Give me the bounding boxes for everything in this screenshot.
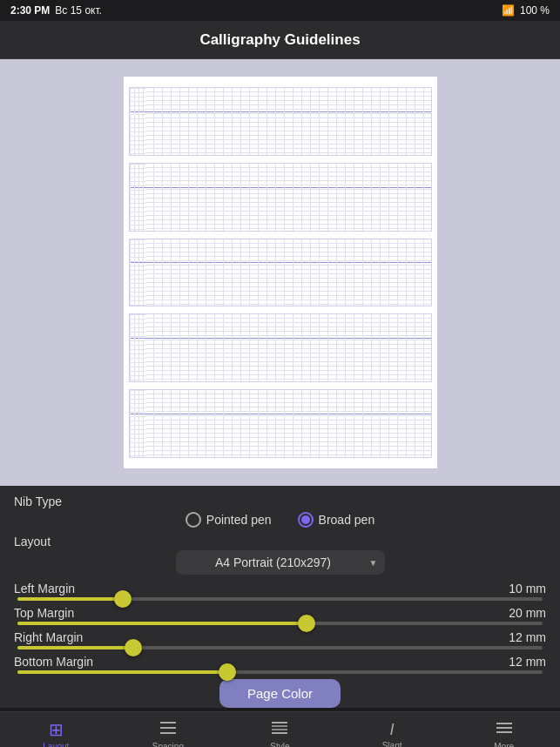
top-margin-fill [17, 622, 307, 625]
grid-lines [145, 164, 431, 231]
grid-lines [145, 239, 431, 306]
radio-row: Pointed pen Broad pen [14, 512, 546, 528]
right-margin-value: 12 mm [503, 630, 546, 644]
page-color-button[interactable]: Page Color [219, 679, 341, 708]
left-margin-row: Left Margin 10 mm [14, 582, 546, 596]
broad-pen-option[interactable]: Broad pen [298, 512, 375, 528]
tab-more-label: More [494, 742, 514, 748]
tab-more[interactable]: More [448, 712, 560, 747]
top-margin-label: Top Margin [14, 606, 110, 620]
more-dots-icon[interactable]: ··· [271, 31, 289, 45]
bottom-margin-slider-row [14, 670, 546, 674]
guideline-row [129, 239, 432, 307]
right-margin-row: Right Margin 12 mm [14, 630, 546, 644]
bottom-margin-label: Bottom Margin [14, 655, 110, 669]
grid-lines [145, 88, 431, 155]
page-preview [124, 77, 437, 468]
spacing-icon [159, 720, 178, 740]
tab-spacing-label: Spacing [152, 742, 184, 748]
guideline-row [129, 163, 432, 232]
right-margin-slider-row [14, 646, 546, 649]
tab-slant-label: Slant [382, 741, 402, 748]
pointed-pen-radio[interactable] [186, 512, 201, 528]
tab-bar: ⊞ Layout Spacing Style I Slant [0, 711, 560, 747]
guidelines-container [124, 77, 437, 468]
left-margin-fill [17, 597, 123, 601]
bottom-margin-fill [17, 670, 227, 674]
bottom-margin-value: 12 mm [503, 655, 546, 669]
controls-panel: Nib Type Pointed pen Broad pen Layout A4… [0, 486, 560, 708]
status-right: 📶 100 % [502, 4, 550, 17]
top-margin-track [17, 622, 543, 625]
top-margin-slider-wrap[interactable] [14, 622, 546, 625]
layout-row: A4 Portrait (210x297) [14, 550, 546, 575]
page-color-row: Page Color [14, 679, 546, 708]
slant-icon: I [390, 721, 395, 739]
tab-spacing[interactable]: Spacing [112, 712, 225, 747]
bottom-margin-thumb[interactable] [219, 663, 236, 681]
right-margin-slider-wrap[interactable] [14, 646, 546, 649]
battery-label: 100 % [520, 4, 550, 17]
wifi-icon: 📶 [502, 4, 515, 17]
pointed-pen-option[interactable]: Pointed pen [186, 512, 272, 528]
broad-pen-radio[interactable] [298, 512, 314, 528]
status-time: 2:30 PM [10, 4, 50, 17]
layout-icon: ⊞ [49, 719, 64, 740]
tab-style-label: Style [270, 742, 289, 748]
left-margin-thumb[interactable] [114, 590, 132, 608]
tab-layout[interactable]: ⊞ Layout [0, 712, 112, 747]
broad-pen-label: Broad pen [319, 513, 375, 527]
more-icon [495, 720, 514, 740]
left-margin-slider-wrap[interactable] [14, 597, 546, 601]
top-margin-value: 20 mm [503, 606, 546, 620]
left-margin-value: 10 mm [503, 582, 546, 596]
right-margin-fill [17, 646, 133, 649]
left-margin-label: Left Margin [14, 582, 110, 596]
tab-slant[interactable]: I Slant [336, 712, 449, 747]
guideline-row [129, 87, 432, 156]
left-margin-slider-row [14, 597, 546, 601]
grid-lines [145, 390, 431, 457]
layout-label-row: Layout [14, 535, 546, 548]
right-margin-track [17, 646, 543, 649]
bottom-margin-slider-wrap[interactable] [14, 670, 546, 674]
top-margin-row: Top Margin 20 mm [14, 606, 546, 620]
left-margin-track [17, 597, 543, 601]
bottom-margin-row: Bottom Margin 12 mm [14, 655, 546, 669]
bottom-margin-track [17, 670, 543, 674]
right-margin-label: Right Margin [14, 630, 110, 644]
status-bar: 2:30 PM Вс 15 окт. 📶 100 % [0, 0, 560, 21]
status-date: Вс 15 окт. [55, 4, 102, 17]
canvas-area [0, 59, 560, 486]
top-margin-slider-row [14, 622, 546, 625]
nav-bar: Calligraphy Guidelines ··· [0, 21, 560, 59]
grid-lines [145, 314, 431, 381]
guideline-row [129, 313, 432, 382]
layout-label: Layout [14, 535, 110, 548]
pointed-pen-label: Pointed pen [206, 513, 272, 527]
style-icon [270, 720, 289, 740]
nib-type-label: Nib Type [14, 495, 110, 508]
top-margin-thumb[interactable] [298, 615, 315, 632]
tab-layout-label: Layout [43, 742, 69, 747]
layout-select-wrap[interactable]: A4 Portrait (210x297) [176, 550, 385, 575]
guideline-row [129, 389, 432, 458]
tab-style[interactable]: Style [224, 712, 336, 747]
layout-select[interactable]: A4 Portrait (210x297) [176, 550, 385, 575]
right-margin-thumb[interactable] [125, 639, 142, 656]
nib-type-row: Nib Type [14, 495, 546, 508]
